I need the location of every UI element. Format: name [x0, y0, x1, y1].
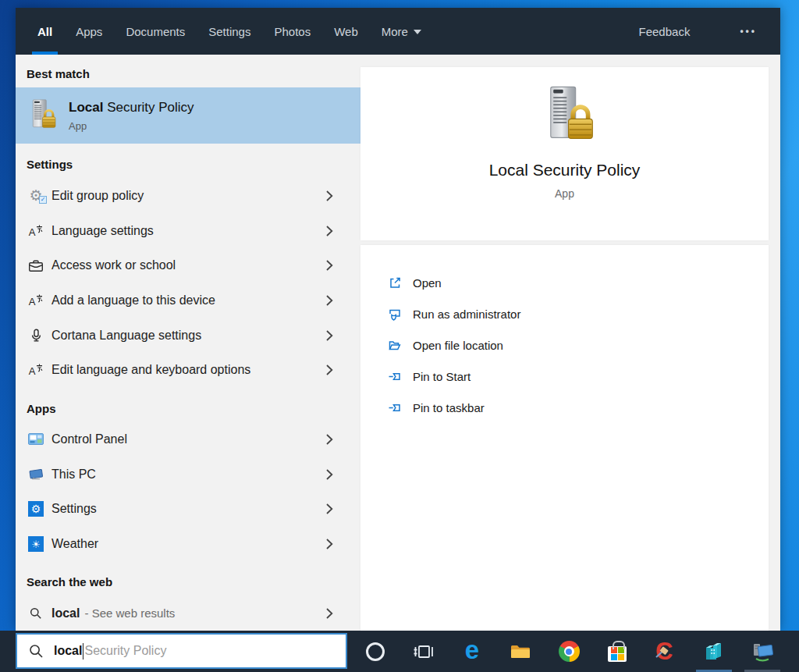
open-icon [387, 276, 403, 290]
edge-icon: e [465, 637, 479, 663]
pin-icon [387, 401, 403, 414]
remote-desktop-icon [750, 641, 775, 663]
local-security-policy-icon [533, 84, 597, 148]
chevron-right-icon [325, 433, 333, 446]
file-explorer-icon [509, 642, 532, 661]
active-tab-underline [32, 52, 58, 55]
chrome-icon [559, 641, 580, 662]
result-add-language[interactable]: A Add a language to this device [16, 283, 360, 318]
search-input[interactable]: local Security Policy [16, 633, 347, 669]
run-as-administrator-button[interactable]: Run as administrator [387, 298, 769, 329]
chevron-down-icon [414, 30, 421, 34]
best-match-result[interactable]: Local Security Policy App [16, 87, 360, 144]
search-query-text: local [54, 644, 82, 658]
text-cursor [83, 643, 83, 660]
group-policy-gear-icon: ⚙✓ [27, 188, 45, 203]
result-edit-group-policy[interactable]: ⚙✓ Edit group policy [16, 178, 360, 213]
briefcase-icon [27, 259, 45, 272]
result-control-panel[interactable]: Control Panel [16, 422, 360, 457]
cortana-icon [366, 642, 385, 661]
result-cortana-language-settings[interactable]: Cortana Language settings [16, 318, 360, 353]
weather-sun-tile-icon: ☀ [27, 536, 45, 552]
search-flyout-window: All Apps Documents Settings Photos Web M… [16, 8, 780, 631]
pin-to-start-button[interactable]: Pin to Start [387, 361, 769, 392]
language-icon: A [27, 225, 45, 237]
tab-documents[interactable]: Documents [126, 8, 185, 55]
task-view-button[interactable] [400, 631, 448, 672]
local-security-policy-icon [23, 98, 58, 133]
preview-title: Local Security Policy [489, 161, 641, 180]
remote-desktop-button[interactable] [738, 631, 787, 672]
run-as-admin-shield-icon [387, 308, 403, 321]
best-match-heading: Best match [16, 55, 360, 87]
folder-location-icon [387, 339, 403, 352]
chevron-right-icon [325, 364, 333, 376]
chevron-right-icon [325, 468, 333, 481]
taskbar: local Security Policy e C [0, 631, 799, 672]
tab-web[interactable]: Web [334, 8, 358, 55]
results-panel: Best match Local Security Policy App Set… [16, 55, 360, 631]
chevron-right-icon [325, 503, 333, 515]
server-manager-icon [703, 641, 725, 663]
result-language-settings[interactable]: A Language settings [16, 213, 360, 248]
server-manager-button[interactable] [690, 631, 738, 672]
search-icon [29, 644, 44, 659]
open-button[interactable]: Open [387, 267, 769, 298]
feedback-button[interactable]: Feedback [639, 8, 691, 55]
control-panel-icon [27, 433, 45, 445]
chevron-right-icon [325, 190, 333, 202]
microsoft-store-icon [608, 646, 627, 662]
chevron-right-icon [325, 259, 333, 272]
result-weather-app[interactable]: ☀ Weather [16, 527, 360, 562]
chevron-right-icon [325, 329, 333, 342]
search-suggestion-text: Security Policy [84, 644, 166, 658]
chevron-right-icon [325, 225, 333, 237]
preview-hero: Local Security Policy App [360, 67, 769, 240]
pin-icon [387, 370, 403, 383]
desktop: All Apps Documents Settings Photos Web M… [0, 0, 799, 672]
tab-apps[interactable]: Apps [76, 8, 102, 55]
preview-panel: Local Security Policy App Open Run as ad… [360, 55, 780, 631]
settings-gear-tile-icon: ⚙ [27, 501, 45, 517]
chrome-button[interactable] [545, 631, 593, 672]
preview-type: App [555, 187, 574, 200]
chevron-right-icon [325, 538, 333, 550]
pin-to-taskbar-button[interactable]: Pin to taskbar [387, 392, 769, 423]
more-options-icon[interactable]: ••• [740, 26, 757, 37]
chevron-right-icon [325, 607, 333, 620]
file-explorer-button[interactable] [496, 631, 545, 672]
best-match-type: App [69, 120, 194, 132]
result-settings-app[interactable]: ⚙ Settings [16, 492, 360, 527]
open-file-location-button[interactable]: Open file location [387, 329, 769, 361]
search-filter-bar: All Apps Documents Settings Photos Web M… [16, 8, 780, 55]
tab-settings[interactable]: Settings [208, 8, 250, 55]
chevron-right-icon [325, 294, 333, 307]
search-icon [27, 607, 45, 620]
edge-button[interactable]: e [448, 631, 496, 672]
result-web-search[interactable]: local - See web results [16, 596, 360, 631]
web-section-heading: Search the web [16, 561, 360, 596]
microphone-icon [27, 329, 45, 343]
tab-more[interactable]: More [382, 8, 421, 55]
tab-all-label: All [37, 25, 52, 38]
microsoft-store-button[interactable] [593, 631, 641, 672]
task-view-icon [413, 642, 435, 661]
result-edit-language-keyboard[interactable]: A Edit language and keyboard options [16, 353, 360, 388]
ccleaner-icon: C [654, 639, 677, 664]
result-access-work-or-school[interactable]: Access work or school [16, 248, 360, 283]
tab-photos[interactable]: Photos [274, 8, 311, 55]
apps-section-heading: Apps [16, 388, 360, 422]
settings-section-heading: Settings [16, 144, 360, 178]
best-match-title: Local Security Policy [69, 100, 194, 116]
ccleaner-button[interactable]: C [641, 631, 690, 672]
language-icon: A [27, 364, 45, 376]
language-icon: A [27, 294, 45, 307]
this-pc-icon [27, 468, 45, 481]
preview-actions: Open Run as administrator Open file loca… [360, 245, 769, 631]
result-this-pc[interactable]: This PC [16, 457, 360, 492]
tab-all[interactable]: All [37, 8, 52, 55]
cortana-button[interactable] [351, 631, 400, 672]
